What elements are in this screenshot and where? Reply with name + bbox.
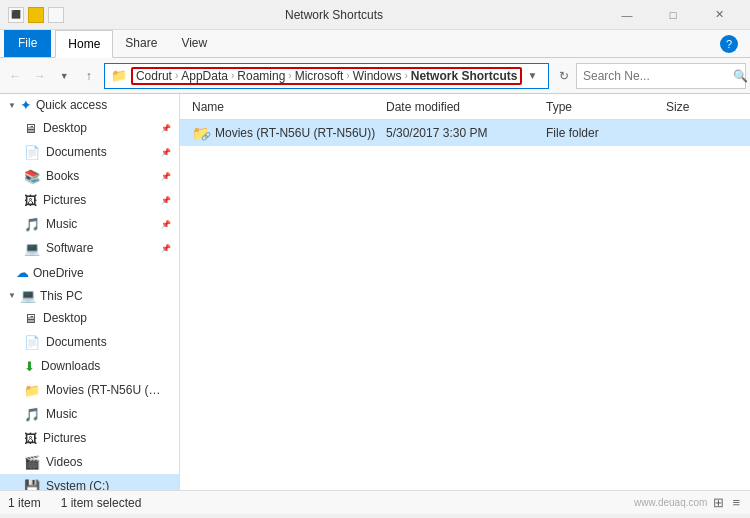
drive-icon: 💾	[24, 479, 40, 491]
quick-access-chevron: ▼	[8, 101, 16, 110]
path-network-shortcuts[interactable]: Network Shortcuts	[411, 69, 518, 83]
status-bar: 1 item 1 item selected www.deuaq.com ⊞ ≡	[0, 490, 750, 514]
address-dropdown-button[interactable]: ▼	[522, 63, 542, 89]
sidebar-item-desktop-pc[interactable]: 🖥 Desktop	[0, 306, 179, 330]
view-grid-button[interactable]: ⊞	[711, 495, 726, 510]
selected-count: 1 item selected	[61, 496, 142, 510]
sidebar-item-label: Pictures	[43, 193, 86, 207]
pin-icon: 📌	[161, 244, 171, 253]
sidebar-item-label: Downloads	[41, 359, 100, 373]
address-bar-area: ← → ▼ ↑ 📁 Codrut › AppData › Roaming › M…	[0, 58, 750, 94]
sidebar-item-label: Movies (RT-N56U (RT-N5...	[46, 383, 166, 397]
search-box[interactable]: 🔍	[576, 63, 746, 89]
file-cell-type: File folder	[542, 126, 662, 140]
sidebar-item-label: Videos	[46, 455, 82, 469]
books-icon: 📚	[24, 169, 40, 184]
col-header-type[interactable]: Type	[542, 94, 662, 119]
window-title: Network Shortcuts	[64, 8, 604, 22]
quick-access-star-icon: ✦	[20, 97, 32, 113]
this-pc-label: This PC	[40, 289, 83, 303]
col-header-name[interactable]: Name	[188, 94, 382, 119]
col-header-date[interactable]: Date modified	[382, 94, 542, 119]
desktop-icon: 🖥	[24, 121, 37, 136]
address-bar[interactable]: 📁 Codrut › AppData › Roaming › Microsoft…	[104, 63, 550, 89]
close-button[interactable]: ✕	[696, 0, 742, 30]
table-row[interactable]: 📁 🔗 Movies (RT-N56U (RT-N56U)) 5/30/2017…	[180, 120, 750, 146]
sidebar-item-pictures-pc[interactable]: 🖼 Pictures	[0, 426, 179, 450]
tab-file[interactable]: File	[4, 30, 51, 57]
quick-access-header[interactable]: ▼ ✦ Quick access	[0, 94, 179, 116]
pictures-pc-icon: 🖼	[24, 431, 37, 446]
this-pc-chevron: ▼	[8, 291, 16, 300]
pin-icon: 📌	[161, 148, 171, 157]
sidebar-item-books-quick[interactable]: 📚 Books 📌	[0, 164, 179, 188]
pin-icon: 📌	[161, 172, 171, 181]
up-button[interactable]: ↑	[77, 64, 99, 88]
sidebar-item-label: Pictures	[43, 431, 86, 445]
sidebar-item-music-quick[interactable]: 🎵 Music 📌	[0, 212, 179, 236]
view-list-button[interactable]: ≡	[730, 495, 742, 510]
desktop-pc-icon: 🖥	[24, 311, 37, 326]
onedrive-label: OneDrive	[33, 266, 84, 280]
file-name-text: Movies (RT-N56U (RT-N56U))	[215, 126, 375, 140]
ribbon-tabs: File Home Share View ?	[0, 30, 750, 57]
address-path: 📁 Codrut › AppData › Roaming › Microsoft…	[111, 67, 523, 85]
sidebar-item-label: Books	[46, 169, 79, 183]
minimize-button[interactable]: —	[604, 0, 650, 30]
sidebar-item-downloads-pc[interactable]: ⬇ Downloads	[0, 354, 179, 378]
software-icon: 💻	[24, 241, 40, 256]
help-icon[interactable]: ?	[720, 35, 738, 53]
downloads-icon: ⬇	[24, 359, 35, 374]
sidebar-item-label: Documents	[46, 145, 107, 159]
tb-icon-1: ⬛	[8, 7, 24, 23]
sidebar-item-desktop-quick[interactable]: 🖥 Desktop 📌	[0, 116, 179, 140]
sidebar: ▼ ✦ Quick access 🖥 Desktop 📌 📄 Documents…	[0, 94, 180, 490]
tab-home[interactable]: Home	[55, 30, 113, 58]
status-bar-right: www.deuaq.com ⊞ ≡	[634, 495, 742, 510]
sidebar-item-documents-pc[interactable]: 📄 Documents	[0, 330, 179, 354]
search-icon[interactable]: 🔍	[733, 69, 748, 83]
forward-button[interactable]: →	[28, 64, 50, 88]
tab-view[interactable]: View	[169, 30, 219, 57]
ribbon: File Home Share View ?	[0, 30, 750, 58]
path-appdata[interactable]: AppData	[181, 69, 228, 83]
pin-icon: 📌	[161, 124, 171, 133]
sidebar-item-documents-quick[interactable]: 📄 Documents 📌	[0, 140, 179, 164]
maximize-button[interactable]: □	[650, 0, 696, 30]
onedrive-header[interactable]: ☁ OneDrive	[0, 262, 179, 283]
path-codrut[interactable]: Codrut	[136, 69, 172, 83]
this-pc-header[interactable]: ▼ 💻 This PC	[0, 285, 179, 306]
this-pc-icon: 💻	[20, 288, 36, 303]
sidebar-item-software-quick[interactable]: 💻 Software 📌	[0, 236, 179, 260]
col-header-size[interactable]: Size	[662, 94, 742, 119]
sidebar-item-movies-pc[interactable]: 📁 Movies (RT-N56U (RT-N5...	[0, 378, 179, 402]
tab-share[interactable]: Share	[113, 30, 169, 57]
path-windows[interactable]: Windows	[353, 69, 402, 83]
path-microsoft[interactable]: Microsoft	[295, 69, 344, 83]
sidebar-item-pictures-quick[interactable]: 🖼 Pictures 📌	[0, 188, 179, 212]
sidebar-item-system-c[interactable]: 💾 System (C:)	[0, 474, 179, 490]
documents-pc-icon: 📄	[24, 335, 40, 350]
sidebar-item-label: Desktop	[43, 311, 87, 325]
refresh-button[interactable]: ↻	[553, 63, 574, 89]
path-roaming[interactable]: Roaming	[237, 69, 285, 83]
sidebar-item-videos-pc[interactable]: 🎬 Videos	[0, 450, 179, 474]
sidebar-item-music-pc[interactable]: 🎵 Music	[0, 402, 179, 426]
pin-icon: 📌	[161, 220, 171, 229]
music-icon: 🎵	[24, 217, 40, 232]
search-input[interactable]	[583, 69, 733, 83]
watermark: www.deuaq.com	[634, 497, 707, 508]
folder-icon-sm: 📁	[111, 68, 127, 83]
file-list: 📁 🔗 Movies (RT-N56U (RT-N56U)) 5/30/2017…	[180, 120, 750, 490]
file-cell-name: 📁 🔗 Movies (RT-N56U (RT-N56U))	[188, 125, 382, 141]
title-bar-icons: ⬛	[8, 7, 64, 23]
this-pc-section: ▼ 💻 This PC 🖥 Desktop 📄 Documents ⬇ Down…	[0, 285, 179, 490]
file-cell-date: 5/30/2017 3:30 PM	[382, 126, 542, 140]
back-button[interactable]: ←	[4, 64, 26, 88]
tb-icon-3	[48, 7, 64, 23]
window-controls: — □ ✕	[604, 0, 742, 30]
file-area: Name Date modified Type Size 📁 🔗 Movies …	[180, 94, 750, 490]
quick-access-label: Quick access	[36, 98, 107, 112]
onedrive-icon: ☁	[16, 265, 29, 280]
recent-button[interactable]: ▼	[53, 64, 75, 88]
